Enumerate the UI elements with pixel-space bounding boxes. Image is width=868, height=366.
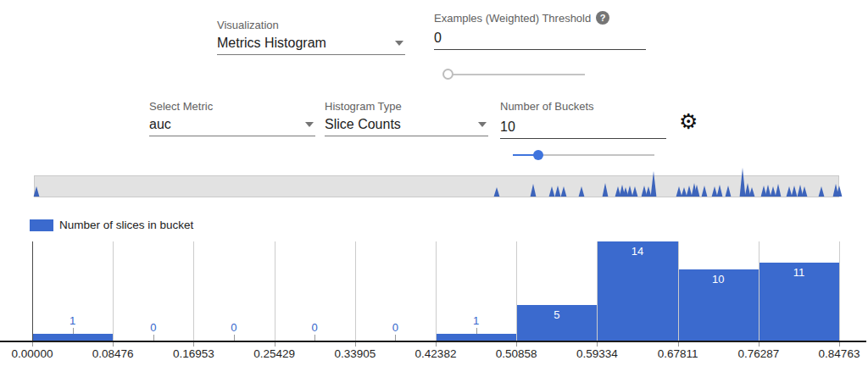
label-leader-line: [314, 335, 315, 341]
grid-line: [516, 241, 517, 341]
buckets-label: Number of Buckets: [500, 99, 666, 113]
bar-value-label: 0: [193, 321, 274, 334]
x-tick-label: 0.00000: [12, 347, 53, 360]
density-spike: [802, 186, 808, 197]
bar-value-label: 1: [436, 314, 516, 327]
histogram-type-value: Slice Counts: [325, 117, 401, 132]
density-spike: [561, 186, 567, 197]
bar-value-label: 0: [113, 321, 193, 334]
axis-tick: [839, 342, 840, 347]
density-spike: [632, 186, 638, 197]
density-spike: [765, 185, 771, 197]
density-spike: [687, 186, 693, 197]
visualization-label: Visualization: [217, 18, 405, 31]
density-spike: [819, 186, 825, 197]
threshold-slider-thumb[interactable]: [442, 69, 453, 80]
histogram-type-field: Histogram Type Slice Counts: [325, 99, 488, 136]
threshold-field: Examples (Weighted) Threshold ?: [434, 11, 646, 50]
grid-line: [678, 241, 679, 341]
density-spike: [771, 186, 776, 197]
metric-label: Select Metric: [149, 99, 315, 113]
label-leader-line: [395, 335, 396, 341]
histogram-bar[interactable]: [32, 334, 113, 341]
threshold-slider[interactable]: [448, 74, 585, 75]
x-tick-label: 0.67811: [658, 347, 698, 360]
histogram-plot: 1000015141011: [32, 241, 839, 341]
visualization-field: Visualization Metrics Histogram: [217, 18, 405, 55]
density-spike: [34, 186, 40, 197]
density-spike: [646, 186, 652, 197]
axis-tick: [597, 342, 598, 347]
visualization-dropdown[interactable]: Metrics Histogram: [217, 31, 405, 55]
bar-value-label: 0: [275, 321, 355, 334]
density-spike: [555, 186, 561, 197]
histogram-bar[interactable]: [436, 334, 516, 341]
axis-tick: [678, 342, 679, 347]
label-leader-line: [476, 328, 477, 334]
axis-tick: [275, 342, 275, 347]
grid-line: [839, 241, 840, 341]
x-tick-label: 0.59334: [576, 347, 618, 360]
x-axis: 0.000000.084760.169530.254290.339050.423…: [0, 342, 868, 364]
settings-gear-icon[interactable]: ⚙: [679, 111, 698, 133]
histogram-type-label: Histogram Type: [325, 99, 488, 113]
density-spike: [682, 187, 687, 197]
axis-tick: [436, 342, 437, 347]
threshold-input[interactable]: [434, 27, 646, 50]
buckets-input[interactable]: [500, 116, 666, 139]
grid-line: [759, 241, 760, 341]
x-tick-label: 0.42382: [415, 347, 457, 360]
axis-tick: [113, 342, 114, 347]
density-spike: [531, 184, 537, 197]
axis-tick: [759, 342, 760, 347]
label-leader-line: [234, 335, 235, 341]
metric-value: auc: [149, 117, 171, 132]
density-spike: [549, 186, 555, 197]
label-leader-line: [73, 328, 74, 334]
buckets-slider-thumb[interactable]: [533, 150, 543, 160]
bar-value-label: 1: [32, 314, 113, 327]
buckets-field: Number of Buckets: [500, 99, 666, 139]
overview-spikes: [35, 163, 838, 197]
density-spike: [676, 186, 682, 197]
legend: Number of slices in bucket: [30, 219, 193, 231]
chevron-down-icon: [395, 41, 403, 46]
bar-value-label: 0: [355, 321, 436, 334]
bar-value-label: 11: [759, 266, 839, 279]
legend-swatch: [30, 219, 53, 231]
help-icon[interactable]: ?: [596, 11, 609, 25]
bar-value-label: 10: [678, 273, 759, 286]
density-spike: [749, 187, 755, 197]
density-spike: [627, 186, 633, 197]
histogram-type-dropdown[interactable]: Slice Counts: [325, 113, 488, 136]
density-spike: [740, 168, 746, 197]
axis-tick: [32, 342, 33, 347]
density-spike: [579, 186, 585, 197]
density-spike: [717, 185, 723, 197]
metric-dropdown[interactable]: auc: [149, 113, 315, 136]
metric-field: Select Metric auc: [149, 99, 315, 136]
x-tick-label: 0.50858: [496, 347, 537, 360]
x-tick-label: 0.76287: [737, 347, 779, 360]
density-spike: [726, 186, 732, 197]
density-spike: [603, 183, 609, 197]
axis-tick: [193, 342, 194, 347]
overview-strip[interactable]: [34, 175, 839, 197]
axis-tick: [355, 342, 356, 347]
legend-label: Number of slices in bucket: [59, 219, 193, 231]
threshold-label: Examples (Weighted) Threshold: [434, 12, 591, 25]
axis-tick: [516, 342, 517, 347]
density-spike: [792, 186, 798, 197]
visualization-value: Metrics Histogram: [217, 36, 326, 51]
chevron-down-icon: [478, 122, 487, 127]
buckets-slider[interactable]: [513, 154, 654, 156]
density-spike: [494, 187, 500, 197]
chevron-down-icon: [305, 122, 314, 127]
density-spike: [702, 186, 708, 197]
bar-value-label: 5: [516, 308, 597, 321]
x-tick-label: 0.16953: [173, 347, 214, 360]
label-leader-line: [153, 335, 154, 341]
density-spike: [651, 171, 657, 197]
x-tick-label: 0.08476: [92, 347, 134, 360]
density-spike: [776, 184, 782, 197]
